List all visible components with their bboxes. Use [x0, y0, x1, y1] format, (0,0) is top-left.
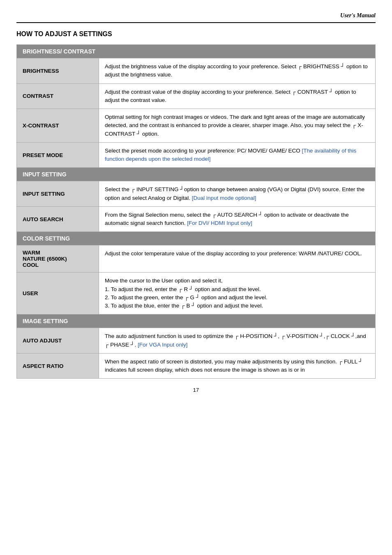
brightness-row-content: Adjust the brightness value of the displ… [99, 58, 376, 84]
warm-row-label: WARM NATURE (6500K) COOL [17, 245, 99, 273]
inputsetting-row-blue-text: [Dual input mode optional] [192, 195, 256, 201]
inputsetting-row: INPUT SETTINGSelect the ┌ INPUT SETTING … [17, 181, 376, 207]
presetmode-row: PRESET MODESelect the preset mode accord… [17, 142, 376, 168]
xcontrast-row: X-CONTRASTOptimal setting for high contr… [17, 109, 376, 143]
user-row-label: USER [17, 273, 99, 314]
header-divider [16, 22, 376, 23]
autosearch-row-label: AUTO SEARCH [17, 206, 99, 232]
contrast-row: CONTRASTAdjust the contrast value of the… [17, 83, 376, 109]
image-setting-header-label: IMAGE SETTING [17, 314, 376, 328]
warm-row-content: Adjust the color temperature value of th… [99, 245, 376, 273]
autosearch-row: AUTO SEARCHFrom the Signal Selection men… [17, 206, 376, 232]
brightness-row-label: BRIGHTNESS [17, 58, 99, 84]
presetmode-row-label: PRESET MODE [17, 142, 99, 168]
autosearch-row-content: From the Signal Selection menu, select t… [99, 206, 376, 232]
contrast-row-label: CONTRAST [17, 83, 99, 109]
input-setting-header: INPUT SETTING [17, 168, 376, 181]
aspectratio-row-content: When the aspect ratio of screen is disto… [99, 353, 376, 379]
autoadjust-row-label: AUTO ADJUST [17, 328, 99, 354]
color-setting-header: COLOR SETTING [17, 232, 376, 245]
xcontrast-row-label: X-CONTRAST [17, 109, 99, 143]
brightness-row: BRIGHTNESSAdjust the brightness value of… [17, 58, 376, 84]
inputsetting-row-label: INPUT SETTING [17, 181, 99, 207]
inputsetting-row-content: Select the ┌ INPUT SETTING ┘option to ch… [99, 181, 376, 207]
settings-table: BRIGHTNESS/ CONTRASTBRIGHTNESSAdjust the… [16, 44, 376, 379]
xcontrast-row-content: Optimal setting for high contrast images… [99, 109, 376, 143]
header-right: User's Manual [16, 12, 376, 19]
user-row: USERMove the cursor to the User option a… [17, 273, 376, 314]
brightness-contrast-header-label: BRIGHTNESS/ CONTRAST [17, 45, 376, 58]
presetmode-row-plain-text: Select the preset mode according to your… [105, 148, 302, 154]
aspectratio-row-label: ASPECT RATIO [17, 353, 99, 379]
brightness-contrast-header: BRIGHTNESS/ CONTRAST [17, 45, 376, 58]
image-setting-header: IMAGE SETTING [17, 314, 376, 328]
autoadjust-row: AUTO ADJUSTThe auto adjustment function … [17, 328, 376, 354]
user-row-content: Move the cursor to the User option and s… [99, 273, 376, 314]
autosearch-row-blue-text: [For DVI/ HDMI Input only] [187, 220, 252, 226]
presetmode-row-content: Select the preset mode according to your… [99, 142, 376, 168]
aspectratio-row: ASPECT RATIOWhen the aspect ratio of scr… [17, 353, 376, 379]
page-title: HOW TO ADJUST A SETTINGS [16, 30, 376, 38]
contrast-row-content: Adjust the contrast value of the display… [99, 83, 376, 109]
input-setting-header-label: INPUT SETTING [17, 168, 376, 181]
color-setting-header-label: COLOR SETTING [17, 232, 376, 245]
warm-row: WARM NATURE (6500K) COOLAdjust the color… [17, 245, 376, 273]
page-number: 17 [16, 387, 376, 393]
autoadjust-row-content: The auto adjustment function is used to … [99, 328, 376, 354]
autoadjust-row-blue-text: [For VGA Input only] [138, 342, 188, 348]
